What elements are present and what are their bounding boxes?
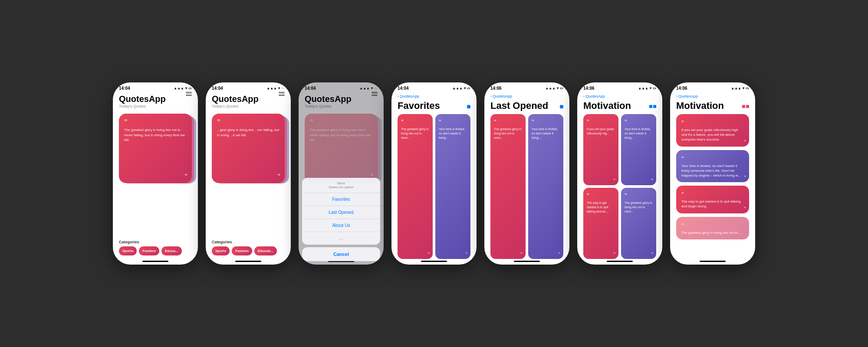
single-card-7-4[interactable]: " The greatest glory in living lies not …	[676, 217, 749, 239]
grid-card-4-1[interactable]: " The greatest glory in living lies not …	[398, 114, 433, 259]
main-quote-2: ...gest glory in living lies ...ver fall…	[217, 128, 279, 137]
grid-qmark-7-4: "	[681, 223, 684, 229]
signal-icon-4: ▲▲▲	[452, 86, 463, 90]
status-icons-7: ▲▲▲ ▾ ▭	[731, 86, 749, 90]
back-button-6[interactable]: ‹ QuotesApp	[583, 94, 656, 98]
wifi-icon-7: ▾	[743, 86, 744, 90]
action-sheet-extra[interactable]: ...	[302, 232, 380, 245]
grid-card-6-3[interactable]: " The way to get started is to quit talk…	[583, 188, 618, 259]
chevron-left-icon-5: ‹	[490, 94, 492, 98]
status-bar-4: 14:04 ▲▲▲ ▾ ▭	[391, 82, 477, 92]
sort-icon-7[interactable]	[742, 105, 749, 108]
menu-icon-2[interactable]	[279, 92, 285, 96]
action-sheet-main: MoreSelect an option Favorites Last Open…	[302, 178, 380, 245]
sort-icon-5[interactable]	[560, 105, 563, 108]
time-7: 14:06	[676, 86, 687, 91]
grid-card-5-1[interactable]: " The greatest glory in living lies not …	[490, 114, 526, 259]
grid-qmark-bottom-7-2: "	[744, 175, 746, 180]
single-card-7-3[interactable]: " The way to get started is to quit talk…	[676, 186, 749, 213]
back-button-7[interactable]: ‹ QuotesApp	[676, 94, 749, 98]
action-sheet-favorites[interactable]: Favorites	[302, 193, 380, 206]
cards-area-2: " ...gest glory in living lies ...ver fa…	[206, 111, 291, 237]
grid-card-4-2[interactable]: " Your time is limited, so don't waste i…	[435, 114, 470, 259]
back-label-7: QuotesApp	[678, 94, 698, 98]
home-indicator-4	[421, 261, 447, 262]
phone-screen-5: 14:06 ▲▲▲ ▾ ▭ ‹ QuotesApp Last Opened " …	[484, 82, 569, 265]
quote-mark-bottom: "	[184, 173, 187, 180]
category-edu-2[interactable]: Educati...	[254, 246, 277, 255]
app-title-2: QuotesApp	[212, 94, 285, 104]
page-title-4: Favorites	[391, 99, 477, 114]
grid-quote-6-3: The way to get started is to quit talkin…	[587, 201, 615, 213]
grid-quote-4-1: The greatest glory in living lies not in…	[401, 127, 429, 140]
phone-screen-6: 14:06 ▲▲▲ ▾ ▭ ‹ QuotesApp Motivation " I…	[577, 82, 662, 265]
battery-icon-7: ▭	[746, 86, 749, 90]
home-indicator-7	[700, 261, 726, 262]
chevron-left-icon-4: ‹	[398, 94, 399, 98]
battery-icon: ▭	[188, 86, 192, 90]
grid-quote-6-2: Your time is limited, so don't waste it …	[625, 127, 653, 140]
back-header-7: ‹ QuotesApp	[670, 92, 755, 99]
action-sheet-title: MoreSelect an option	[302, 178, 380, 193]
battery-icon-6: ▭	[653, 86, 656, 90]
grid-card-6-4[interactable]: " The greatest glory in living lies not …	[621, 188, 656, 259]
back-header-4: ‹ QuotesApp	[391, 92, 477, 99]
phone-screen-3: 14:04 ▲▲▲ ▾ ▭ QuotesApp Today's Quotes "…	[299, 82, 384, 265]
category-pills-2: Sports Fashion Educati...	[212, 246, 285, 255]
status-bar-7: 14:06 ▲▲▲ ▾ ▭	[670, 82, 755, 92]
back-label-4: QuotesApp	[400, 94, 419, 98]
back-button-4[interactable]: ‹ QuotesApp	[398, 94, 470, 98]
grid-qmark-bottom-5-1: "	[520, 252, 523, 257]
battery-icon-5: ▭	[560, 86, 563, 90]
categories-section-1: Categories Sports Fashion Educa...	[113, 237, 198, 259]
category-edu-1[interactable]: Educa...	[161, 246, 182, 255]
action-sheet-last-opened[interactable]: Last Opened	[302, 206, 380, 219]
signal-icon-7: ▲▲▲	[731, 86, 741, 90]
wifi-icon: ▾	[185, 86, 187, 90]
status-icons-1: ▲▲▲ ▾ ▭	[174, 86, 192, 90]
single-quote-7-1: If you set your goals ridiculously high …	[681, 128, 744, 142]
grid-card-6-1[interactable]: " If you set your goals ridiculously hig…	[583, 114, 618, 185]
grid-qmark-6-1: "	[587, 119, 589, 125]
card-front-1[interactable]: " The greatest glory in living lies not …	[119, 114, 192, 183]
status-bar-6: 14:06 ▲▲▲ ▾ ▭	[577, 82, 662, 92]
back-button-5[interactable]: ‹ QuotesApp	[490, 94, 563, 98]
card-front-2[interactable]: " ...gest glory in living lies ...ver fa…	[212, 114, 285, 183]
sort-icon-6[interactable]	[649, 105, 656, 108]
categories-section-2: Categories Sports Fashion Educati...	[206, 237, 291, 259]
grid-cards-4: " The greatest glory in living lies not …	[391, 114, 477, 259]
wifi-icon-6: ▾	[650, 86, 651, 90]
back-label-5: QuotesApp	[493, 94, 512, 98]
menu-icon-1[interactable]	[186, 92, 192, 96]
card-stack-2: " ...gest glory in living lies ...ver fa…	[212, 114, 285, 187]
back-label-6: QuotesApp	[585, 94, 605, 98]
grid-card-5-2[interactable]: " Your time is limited, so don't waste i…	[528, 114, 563, 259]
action-sheet-cancel[interactable]: Cancel	[302, 247, 380, 261]
grid-qmark-7-1: "	[681, 120, 684, 126]
single-card-7-1[interactable]: " If you set your goals ridiculously hig…	[676, 114, 749, 147]
home-indicator-5	[514, 261, 540, 262]
app-header-1: QuotesApp Today's Quotes	[113, 92, 198, 111]
category-sports-2[interactable]: Sports	[212, 246, 230, 255]
app-header-2: QuotesApp Today's Quotes	[206, 92, 291, 111]
grid-qmark-bottom-6-2: "	[651, 178, 653, 183]
home-indicator-6	[607, 261, 633, 262]
single-card-7-2[interactable]: " Your time is limited, so don't waste i…	[676, 150, 749, 183]
quote-mark-top: "	[124, 119, 187, 126]
grid-card-6-2[interactable]: " Your time is limited, so don't waste i…	[621, 114, 656, 185]
battery-icon-2: ▭	[281, 86, 285, 90]
category-fashion-1[interactable]: Fashion	[139, 246, 159, 255]
category-pills-1: Sports Fashion Educa...	[119, 246, 192, 255]
grid-quote-6-1: If you set your goals ridiculously hig..…	[587, 127, 615, 136]
status-bar-1: 14:04 ▲▲▲ ▾ ▭	[113, 82, 198, 92]
single-cards-7: " If you set your goals ridiculously hig…	[670, 114, 755, 259]
category-sports-1[interactable]: Sports	[119, 246, 137, 255]
category-fashion-2[interactable]: Fashion	[232, 246, 252, 255]
sort-icon-4[interactable]	[467, 105, 470, 108]
grid-qmark-5-1: "	[494, 119, 496, 125]
time-5: 14:06	[490, 86, 502, 91]
action-sheet-about[interactable]: About Us	[302, 219, 380, 232]
phone-screen-4: 14:04 ▲▲▲ ▾ ▭ ‹ QuotesApp Favorites " Th…	[391, 82, 477, 265]
wifi-icon-4: ▾	[464, 86, 466, 90]
signal-icon: ▲▲▲	[174, 86, 184, 90]
